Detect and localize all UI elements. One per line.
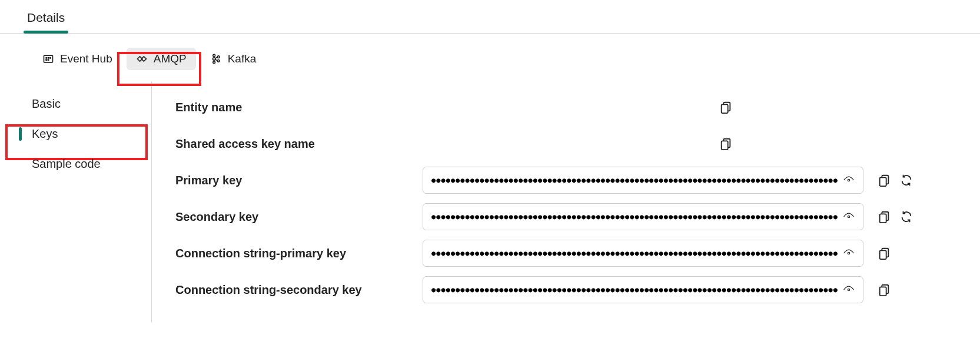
svg-point-5 bbox=[48, 59, 49, 61]
protocol-tab-kafka-label: Kafka bbox=[228, 52, 257, 65]
svg-point-1 bbox=[46, 58, 47, 59]
input-conn-primary[interactable]: ●●●●●●●●●●●●●●●●●●●●●●●●●●●●●●●●●●●●●●●●… bbox=[423, 240, 863, 267]
input-conn-secondary[interactable]: ●●●●●●●●●●●●●●●●●●●●●●●●●●●●●●●●●●●●●●●●… bbox=[423, 276, 863, 303]
label-conn-secondary: Connection string-secondary key bbox=[175, 283, 423, 297]
svg-point-25 bbox=[848, 252, 849, 254]
svg-rect-21 bbox=[880, 177, 886, 186]
svg-line-14 bbox=[215, 59, 217, 61]
masked-conn-primary: ●●●●●●●●●●●●●●●●●●●●●●●●●●●●●●●●●●●●●●●●… bbox=[431, 249, 838, 257]
top-tab-bar: Details bbox=[0, 0, 980, 34]
svg-rect-18 bbox=[722, 141, 728, 150]
svg-rect-27 bbox=[880, 250, 886, 259]
protocol-tab-amqp-label: AMQP bbox=[154, 52, 187, 65]
svg-point-6 bbox=[213, 54, 215, 57]
svg-rect-24 bbox=[880, 214, 886, 223]
svg-point-2 bbox=[48, 58, 49, 59]
row-secondary-key: Secondary key ●●●●●●●●●●●●●●●●●●●●●●●●●●… bbox=[175, 198, 961, 235]
row-conn-secondary: Connection string-secondary key ●●●●●●●●… bbox=[175, 271, 961, 308]
input-secondary-key[interactable]: ●●●●●●●●●●●●●●●●●●●●●●●●●●●●●●●●●●●●●●●●… bbox=[423, 203, 863, 230]
svg-point-19 bbox=[848, 179, 849, 181]
row-entity-name: Entity name bbox=[175, 89, 961, 125]
svg-line-13 bbox=[215, 57, 217, 58]
label-entity-name: Entity name bbox=[175, 101, 423, 114]
label-primary-key: Primary key bbox=[175, 174, 423, 187]
svg-point-22 bbox=[848, 216, 849, 217]
svg-rect-16 bbox=[722, 104, 728, 113]
copy-entity-name-button[interactable] bbox=[719, 101, 732, 114]
copy-conn-secondary-button[interactable] bbox=[878, 283, 891, 296]
row-shared-access-key-name: Shared access key name bbox=[175, 125, 961, 162]
eventhub-icon bbox=[42, 53, 54, 65]
label-secondary-key: Secondary key bbox=[175, 210, 423, 224]
row-conn-primary: Connection string-primary key ●●●●●●●●●●… bbox=[175, 235, 961, 271]
row-primary-key: Primary key ●●●●●●●●●●●●●●●●●●●●●●●●●●●●… bbox=[175, 162, 961, 198]
sidebar-item-basic[interactable]: Basic bbox=[0, 89, 151, 119]
reveal-conn-primary-button[interactable] bbox=[843, 247, 855, 259]
svg-point-10 bbox=[217, 60, 220, 62]
protocol-tab-eventhub-label: Event Hub bbox=[60, 52, 112, 65]
regenerate-primary-key-button[interactable] bbox=[900, 174, 913, 187]
copy-secondary-key-button[interactable] bbox=[878, 210, 891, 223]
sidebar-item-sample-code[interactable]: Sample code bbox=[0, 149, 151, 179]
svg-point-3 bbox=[50, 58, 51, 59]
copy-shared-access-key-name-button[interactable] bbox=[719, 137, 732, 150]
masked-primary-key: ●●●●●●●●●●●●●●●●●●●●●●●●●●●●●●●●●●●●●●●●… bbox=[431, 176, 838, 184]
masked-conn-secondary: ●●●●●●●●●●●●●●●●●●●●●●●●●●●●●●●●●●●●●●●●… bbox=[431, 286, 838, 294]
svg-point-28 bbox=[848, 289, 849, 290]
sidebar: Basic Keys Sample code bbox=[0, 82, 152, 322]
svg-rect-30 bbox=[880, 287, 886, 296]
content-panel: Entity name Shared access key name Prima… bbox=[152, 82, 980, 322]
tab-details[interactable]: Details bbox=[24, 0, 68, 33]
reveal-primary-key-button[interactable] bbox=[843, 174, 855, 186]
amqp-icon bbox=[136, 53, 148, 65]
protocol-tab-bar: Event Hub AMQP Kafka bbox=[0, 34, 980, 82]
masked-secondary-key: ●●●●●●●●●●●●●●●●●●●●●●●●●●●●●●●●●●●●●●●●… bbox=[431, 213, 838, 221]
label-shared-access-key-name: Shared access key name bbox=[175, 137, 423, 151]
input-primary-key[interactable]: ●●●●●●●●●●●●●●●●●●●●●●●●●●●●●●●●●●●●●●●●… bbox=[423, 167, 863, 194]
reveal-secondary-key-button[interactable] bbox=[843, 211, 855, 223]
svg-point-4 bbox=[46, 59, 47, 61]
copy-conn-primary-button[interactable] bbox=[878, 247, 891, 260]
protocol-tab-eventhub[interactable]: Event Hub bbox=[33, 48, 122, 70]
svg-point-9 bbox=[217, 56, 220, 58]
kafka-icon bbox=[210, 53, 222, 65]
label-conn-primary: Connection string-primary key bbox=[175, 247, 423, 260]
body-area: Basic Keys Sample code Entity name Share… bbox=[0, 82, 980, 322]
protocol-tab-amqp[interactable]: AMQP bbox=[127, 48, 196, 70]
sidebar-item-keys[interactable]: Keys bbox=[0, 119, 151, 149]
protocol-tab-kafka[interactable]: Kafka bbox=[201, 48, 266, 70]
copy-primary-key-button[interactable] bbox=[878, 174, 891, 187]
svg-point-8 bbox=[213, 61, 215, 64]
regenerate-secondary-key-button[interactable] bbox=[900, 210, 913, 223]
reveal-conn-secondary-button[interactable] bbox=[843, 284, 855, 296]
